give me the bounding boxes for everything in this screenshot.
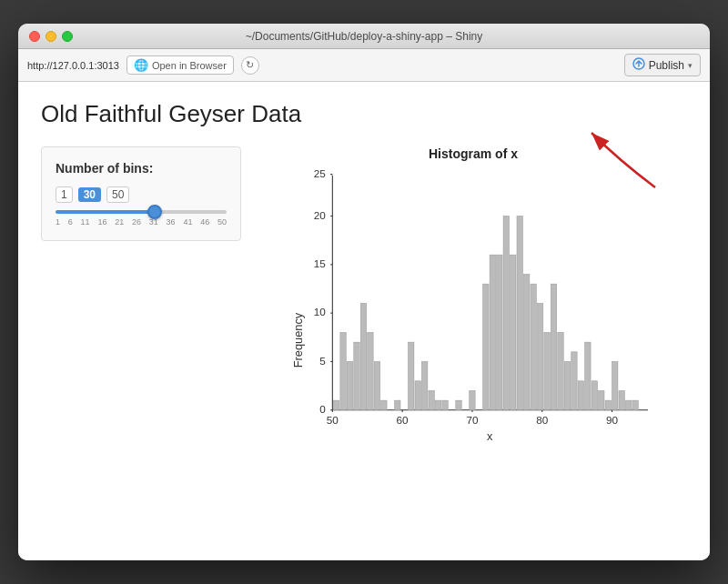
svg-text:x: x: [487, 429, 493, 443]
bar-13: [415, 381, 420, 410]
globe-icon: 🌐: [134, 58, 148, 72]
bar-14: [421, 361, 427, 409]
window-title: ~/Documents/GitHub/deploy-a-shiny-app – …: [246, 30, 482, 43]
svg-text:Frequency: Frequency: [291, 312, 305, 368]
tick-50: 50: [217, 217, 227, 227]
tick-6: 6: [68, 217, 73, 227]
slider-track: [56, 210, 227, 214]
open-in-browser-button[interactable]: 🌐 Open in Browser: [126, 55, 234, 75]
bar-26: [503, 216, 509, 409]
bar-34: [558, 332, 563, 409]
bar-42: [612, 361, 618, 409]
app-window: ~/Documents/GitHub/deploy-a-shiny-app – …: [18, 24, 710, 560]
svg-text:50: 50: [327, 414, 339, 426]
main-layout: Number of bins: 1 30 50 1 6 11 16: [41, 146, 687, 457]
tick-11: 11: [81, 217, 90, 227]
bar-39: [592, 381, 597, 410]
bar-2: [340, 332, 346, 409]
bar-33: [551, 284, 556, 410]
bins-label: Number of bins:: [56, 161, 227, 176]
bar-5: [360, 303, 366, 409]
bar-8: [381, 400, 387, 410]
open-in-browser-label: Open in Browser: [152, 60, 227, 71]
svg-text:60: 60: [397, 414, 410, 426]
bar-31: [537, 303, 542, 409]
svg-text:25: 25: [314, 167, 327, 179]
bar-43: [619, 390, 624, 409]
slider-thumb[interactable]: [147, 205, 162, 219]
bar-35: [564, 361, 570, 409]
svg-text:10: 10: [314, 306, 327, 317]
slider-current-value: 30: [78, 187, 101, 202]
bar-21: [470, 390, 475, 409]
bar-44: [625, 400, 631, 410]
url-display: http://127.0.0.1:3013: [27, 60, 119, 71]
bar-40: [599, 390, 604, 409]
svg-text:15: 15: [314, 257, 327, 269]
bar-29: [523, 274, 529, 409]
publish-dropdown-icon[interactable]: ▾: [688, 61, 693, 70]
bar-10: [395, 400, 400, 410]
bar-25: [497, 255, 502, 410]
reload-button[interactable]: ↻: [241, 56, 259, 75]
sidebar-panel: Number of bins: 1 30 50 1 6 11 16: [41, 146, 241, 241]
minimize-button[interactable]: [46, 31, 56, 42]
close-button[interactable]: [29, 31, 40, 42]
bar-1: [333, 400, 339, 410]
bar-16: [435, 400, 440, 410]
bar-24: [490, 255, 495, 410]
tick-26: 26: [132, 217, 141, 227]
bar-4: [354, 342, 359, 410]
slider-container[interactable]: [56, 210, 227, 214]
publish-label: Publish: [649, 59, 684, 72]
svg-text:0: 0: [319, 403, 326, 415]
chart-title: Histogram of x: [259, 146, 687, 161]
bar-12: [409, 342, 414, 410]
svg-text:90: 90: [606, 414, 619, 426]
svg-text:70: 70: [466, 414, 479, 426]
bar-23: [483, 284, 489, 410]
publish-icon: [632, 57, 645, 73]
bar-17: [442, 400, 448, 410]
slider-ticks: 1 6 11 16 21 26 31 36 41 46 50: [56, 217, 227, 227]
publish-button[interactable]: Publish ▾: [624, 54, 701, 76]
bar-37: [578, 381, 583, 410]
maximize-button[interactable]: [62, 31, 73, 42]
tick-41: 41: [183, 217, 192, 227]
bar-38: [585, 342, 591, 410]
svg-text:80: 80: [536, 414, 549, 426]
tick-1: 1: [56, 217, 60, 227]
bar-15: [429, 390, 434, 409]
app-title: Old Faithful Geyser Data: [41, 100, 687, 128]
bar-19: [456, 400, 461, 410]
bar-30: [531, 284, 536, 410]
bar-36: [571, 352, 577, 410]
bar-7: [374, 361, 379, 409]
reload-icon: ↻: [246, 59, 254, 71]
tick-36: 36: [167, 217, 176, 227]
bar-28: [517, 216, 522, 409]
tick-21: 21: [115, 217, 124, 227]
tick-46: 46: [200, 217, 209, 227]
bar-32: [544, 332, 550, 409]
slider-values: 1 30 50: [56, 186, 227, 203]
slider-max: 50: [106, 186, 129, 203]
bar-6: [368, 332, 373, 409]
histogram-svg: Frequency 0 5 10 15: [259, 166, 687, 457]
bar-41: [605, 400, 611, 410]
slider-min: 1: [56, 186, 73, 203]
chart-area: Histogram of x Frequency 0 5: [259, 146, 687, 457]
title-bar: ~/Documents/GitHub/deploy-a-shiny-app – …: [18, 24, 710, 49]
bar-45: [632, 400, 638, 410]
bar-27: [511, 255, 516, 410]
traffic-lights: [29, 31, 73, 42]
tick-16: 16: [97, 217, 106, 227]
histogram-wrapper: Frequency 0 5 10 15: [259, 166, 687, 457]
bar-3: [347, 361, 352, 409]
svg-text:20: 20: [314, 209, 327, 221]
toolbar: http://127.0.0.1:3013 🌐 Open in Browser …: [18, 49, 710, 82]
controls-panel: Number of bins: 1 30 50 1 6 11 16: [41, 146, 241, 241]
content-area: Old Faithful Geyser Data Number of bins:…: [18, 82, 710, 560]
svg-text:5: 5: [319, 355, 326, 367]
